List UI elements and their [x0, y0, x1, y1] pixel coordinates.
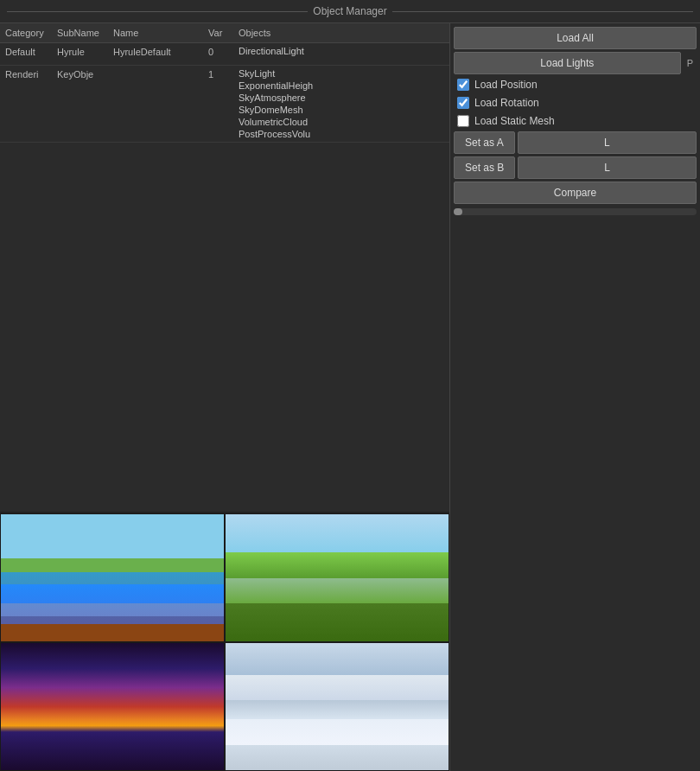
image-grid [0, 512, 449, 771]
right-panel: Load All Load Lights P Load Position Loa… [449, 23, 700, 771]
set-as-b-suffix: L [518, 156, 697, 179]
set-as-a-button[interactable]: Set as A [454, 131, 515, 154]
object-item: SkyDomeMesh [239, 104, 444, 116]
image-green[interactable] [225, 513, 449, 642]
set-as-b-row: Set as B L [454, 156, 697, 179]
scrollbar-track[interactable] [454, 208, 697, 215]
load-lights-row: Load Lights P [454, 52, 697, 74]
title-bar-line-left [7, 11, 308, 12]
table-row[interactable]: Default Hyrule HyruleDefault 0 Direction… [0, 43, 449, 66]
title-bar-line-right [392, 11, 693, 12]
title-bar: Object Manager [0, 0, 700, 23]
object-manager-panel: Object Manager Category SubName Name Var… [0, 0, 700, 771]
set-as-a-row: Set as A L [454, 131, 697, 154]
load-position-checkbox[interactable] [457, 79, 469, 91]
col-header-var: Var [203, 26, 233, 40]
left-main: Category SubName Name Var Objects Defaul… [0, 23, 449, 771]
object-item: SkyAtmosphere [239, 92, 444, 104]
row2-name [108, 66, 203, 142]
table-header: Category SubName Name Var Objects [0, 23, 449, 43]
col-header-subname: SubName [52, 26, 108, 40]
scrollbar-row [454, 207, 697, 217]
row2-objects: SkyLight ExponentialHeigh SkyAtmosphere … [233, 66, 449, 142]
row1-category: Default [0, 43, 52, 65]
compare-button[interactable]: Compare [454, 182, 697, 204]
row2-var: 1 [203, 66, 233, 142]
object-item: SkyLight [239, 67, 444, 80]
row2-category: Renderi [0, 66, 52, 142]
scrollbar-thumb[interactable] [454, 208, 462, 215]
set-as-b-button[interactable]: Set as B [454, 156, 515, 179]
row1-subname: Hyrule [52, 43, 108, 65]
load-lights-suffix: P [684, 58, 697, 68]
row1-name: HyruleDefault [108, 43, 203, 65]
title-bar-label: Object Manager [313, 5, 386, 17]
load-rotation-label[interactable]: Load Rotation [474, 97, 539, 109]
main-content: Category SubName Name Var Objects Defaul… [0, 23, 700, 771]
image-sunset[interactable] [0, 642, 225, 771]
col-header-category: Category [0, 26, 52, 40]
load-position-label[interactable]: Load Position [474, 79, 538, 91]
load-rotation-checkbox[interactable] [457, 97, 469, 109]
row2-subname: KeyObje [52, 66, 108, 142]
load-position-row: Load Position [454, 77, 697, 92]
image-snow[interactable] [225, 642, 449, 771]
load-static-mesh-checkbox[interactable] [457, 115, 469, 127]
load-static-mesh-row: Load Static Mesh [454, 113, 697, 129]
object-item: VolumetricCloud [239, 116, 444, 128]
load-lights-button[interactable]: Load Lights [454, 52, 681, 74]
load-static-mesh-label[interactable]: Load Static Mesh [474, 115, 555, 127]
object-item: ExponentialHeigh [239, 80, 444, 92]
load-rotation-row: Load Rotation [454, 95, 697, 111]
table-row[interactable]: Renderi KeyObje 1 SkyLight ExponentialHe… [0, 66, 449, 143]
set-as-a-suffix: L [518, 131, 697, 154]
row1-var: 0 [203, 43, 233, 65]
row1-objects: DirectionalLight [233, 43, 449, 65]
object-item: PostProcessVolu [239, 128, 444, 140]
image-tropical[interactable] [0, 513, 225, 642]
col-header-objects: Objects [233, 26, 449, 40]
object-item: DirectionalLight [239, 45, 444, 57]
col-header-name: Name [108, 26, 203, 40]
table-spacer [0, 143, 449, 512]
load-all-button[interactable]: Load All [454, 27, 697, 49]
